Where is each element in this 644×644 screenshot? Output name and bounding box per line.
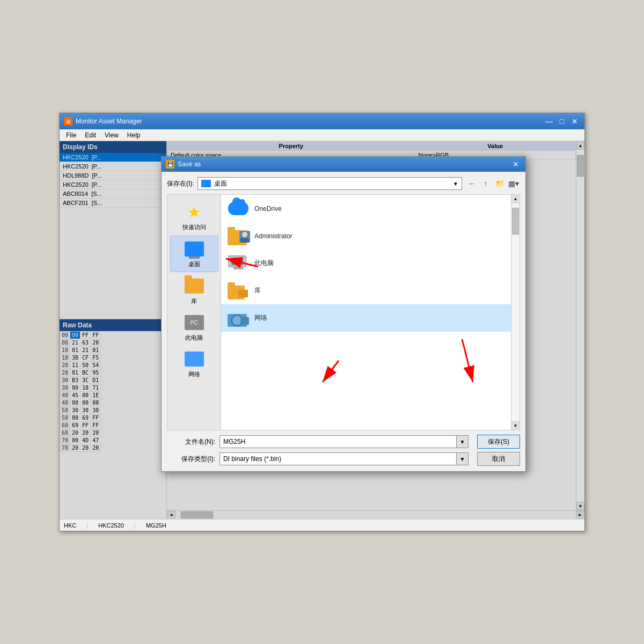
maximize-button[interactable]: □	[557, 116, 567, 126]
save-button[interactable]: 保存(S)	[477, 435, 520, 449]
app-window: 🖥 Monitor Asset Manager — □ ✕ File Edit …	[59, 113, 585, 531]
dropdown-chevron-icon: ▼	[453, 181, 458, 187]
toolbar-buttons: ← ↑ 📁 ▦▾	[465, 177, 520, 190]
file-item-onedrive[interactable]: OneDrive	[221, 195, 519, 222]
status-file: MG25H	[146, 522, 166, 529]
new-folder-button[interactable]: 📁	[493, 177, 506, 190]
app-menubar: File Edit View Help	[60, 129, 584, 141]
dialog-close-button[interactable]: ✕	[510, 159, 521, 169]
thispc-file-label: 此电脑	[254, 259, 274, 268]
person-head	[242, 232, 247, 237]
filename-input[interactable]	[219, 435, 457, 448]
menu-edit[interactable]: Edit	[80, 130, 100, 140]
network-file-label: 网络	[254, 313, 267, 323]
network-icon	[184, 349, 205, 369]
app-content: Display IDs HKC2520 [P... HKC2520 [P... …	[60, 141, 584, 519]
back-button[interactable]: ←	[465, 177, 478, 190]
nav-library[interactable]: 库	[170, 273, 218, 309]
stand-shape	[233, 267, 243, 269]
filetype-label: 保存类型(I):	[167, 455, 215, 464]
thispc-shape: PC	[185, 315, 204, 330]
nav-library-label: 库	[191, 297, 197, 305]
screen-shape	[231, 258, 243, 265]
monitor-shape	[228, 255, 246, 267]
location-label: 保存在(I):	[167, 179, 194, 188]
dialog-filelist: OneDrive	[221, 194, 520, 430]
filetype-row: 保存类型(I): ▼ 取消	[167, 452, 520, 466]
nav-desktop[interactable]: 桌面	[170, 236, 218, 272]
nav-desktop-label: 桌面	[188, 260, 200, 268]
dialog-icon: 💾	[166, 160, 174, 169]
scroll-up-arrow[interactable]: ▲	[511, 195, 519, 203]
filename-input-box: ▼	[219, 435, 469, 448]
cancel-button[interactable]: 取消	[477, 452, 520, 466]
nav-quick-access-label: 快速访问	[182, 223, 206, 231]
status-manufacturer: HKC	[64, 522, 87, 529]
file-item-network[interactable]: 网络	[221, 304, 519, 332]
filename-row: 文件名(N): ▼ 保存(S)	[167, 435, 520, 449]
status-model: HKC2520	[98, 522, 135, 529]
network-file-shape	[228, 310, 249, 327]
nav-quick-access[interactable]: ★ 快速访问	[170, 199, 218, 235]
library-file-icon	[228, 281, 249, 300]
form-buttons: 保存(S)	[477, 435, 520, 449]
library-file-shape	[228, 282, 249, 299]
scroll-thumb[interactable]	[512, 208, 519, 235]
dialog-title: Save as	[178, 160, 510, 168]
network-shape	[185, 352, 204, 367]
onedrive-label: OneDrive	[254, 205, 282, 213]
onedrive-icon	[228, 199, 249, 218]
desktop-icon	[184, 239, 205, 259]
user-folder-shape	[228, 226, 249, 245]
dialog-nav: ★ 快速访问 桌面	[167, 194, 221, 430]
titlebar-controls: — □ ✕	[544, 116, 580, 126]
view-button[interactable]: ▦▾	[507, 177, 520, 190]
file-item-administrator[interactable]: Administrator	[221, 222, 519, 250]
dialog-overlay: 💾 Save as ✕ 保存在(I): 桌面 ▼	[60, 141, 584, 519]
filetype-dropdown-arrow[interactable]: ▼	[457, 452, 469, 465]
monitor-small	[240, 317, 249, 325]
menu-file[interactable]: File	[62, 130, 80, 140]
person-shape	[239, 231, 250, 243]
location-dropdown[interactable]: 桌面 ▼	[197, 177, 462, 190]
cloud-shape	[228, 202, 248, 215]
library-folder-shape	[185, 279, 204, 294]
menu-view[interactable]: View	[100, 130, 123, 140]
minimize-button[interactable]: —	[544, 116, 554, 126]
dialog-main: ★ 快速访问 桌面	[167, 194, 520, 430]
file-item-library[interactable]: 库	[221, 277, 519, 304]
library-file-label: 库	[254, 286, 261, 295]
nav-network-label: 网络	[188, 370, 200, 378]
library-icon	[184, 276, 205, 296]
file-item-thispc[interactable]: 此电脑	[221, 250, 519, 277]
up-button[interactable]: ↑	[479, 177, 492, 190]
location-toolbar: 保存在(I): 桌面 ▼ ← ↑ 📁 ▦▾	[167, 177, 520, 190]
nav-thispc-label: 此电脑	[185, 334, 203, 342]
folder-overlay	[238, 290, 248, 297]
location-folder-icon	[201, 180, 211, 187]
thispc-icon: PC	[184, 313, 205, 332]
app-title: Monitor Asset Manager	[76, 118, 544, 125]
status-bar: HKC HKC2520 MG25H	[60, 519, 584, 531]
network-file-icon	[228, 309, 249, 327]
nav-network[interactable]: 网络	[170, 346, 218, 382]
filetype-input-box: ▼	[219, 452, 469, 465]
quick-access-icon: ★	[184, 202, 205, 222]
location-value: 桌面	[214, 179, 227, 188]
person-body	[240, 238, 249, 243]
nav-thispc[interactable]: PC 此电脑	[170, 310, 218, 345]
filetype-input[interactable]	[219, 452, 457, 465]
filename-dropdown-arrow[interactable]: ▼	[457, 435, 469, 448]
app-icon: 🖥	[64, 117, 72, 126]
filename-label: 文件名(N):	[167, 437, 215, 447]
menu-help[interactable]: Help	[123, 130, 145, 140]
administrator-icon	[228, 226, 249, 245]
file-list-scrollbar[interactable]: ▲ ▼	[511, 195, 519, 430]
cancel-button-container: 取消	[477, 452, 520, 466]
close-button[interactable]: ✕	[569, 116, 580, 126]
thispc-file-shape	[228, 255, 248, 272]
scroll-down-arrow[interactable]: ▼	[511, 421, 519, 430]
scroll-track	[511, 203, 519, 421]
desktop-shape	[185, 241, 204, 257]
folder-tab	[228, 282, 235, 286]
